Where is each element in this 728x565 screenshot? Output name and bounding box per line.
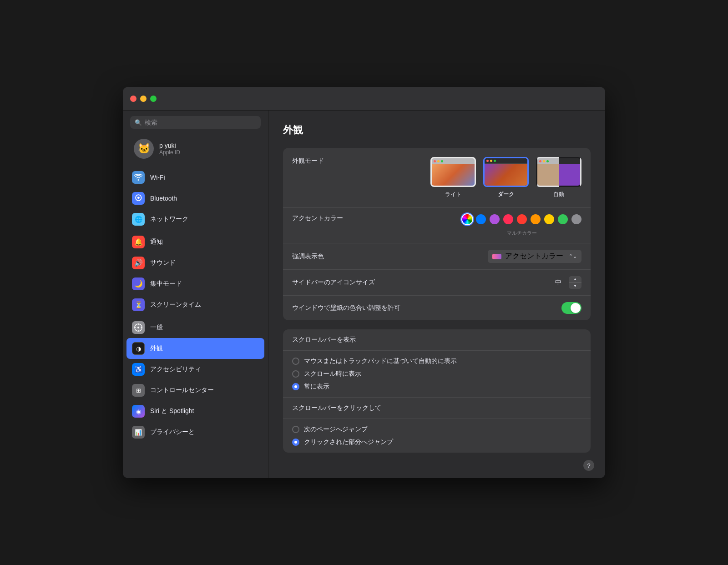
scrollbar-always-radio[interactable] <box>292 383 299 390</box>
sidebar-item-appearance[interactable]: ◑ 外観 <box>126 338 264 359</box>
sidebar-item-bluetooth-label: Bluetooth <box>150 195 177 202</box>
sidebar-item-notification[interactable]: 🔔 通知 <box>126 232 264 252</box>
color-dot-orange[interactable] <box>531 214 541 224</box>
color-dot-yellow[interactable] <box>544 214 554 224</box>
sidebar-list: Wi-Fi ⦿ Bluetooth 🌐 ネットワーク <box>123 167 268 478</box>
general-icon <box>132 321 145 334</box>
color-dot-purple[interactable] <box>490 214 500 224</box>
sidebar-item-privacy[interactable]: 📊 プライバシーと <box>126 422 264 443</box>
bluetooth-icon: ⦿ <box>132 192 145 205</box>
mode-auto[interactable]: 自動 <box>536 157 581 198</box>
sidebar-item-control-label: コントロールセンター <box>150 386 214 394</box>
network-icon: 🌐 <box>132 213 145 226</box>
sidebar-item-general[interactable]: 一般 <box>126 317 264 338</box>
color-dots: マルチカラー <box>462 214 581 237</box>
scrollbar-next-page-label: 次のページへジャンプ <box>304 425 368 434</box>
sidebar-item-accessibility[interactable]: ♿ アクセシビリティ <box>126 359 264 380</box>
privacy-icon: 📊 <box>132 426 145 439</box>
siri-icon: ◉ <box>132 405 145 418</box>
accent-color-row: アクセントカラー <box>283 208 591 243</box>
accent-dropdown[interactable]: アクセントカラー ⌃⌄ <box>488 250 581 263</box>
sidebar-icon-size-stepper[interactable]: ▲ ▼ <box>569 276 581 289</box>
accent-value: アクセントカラー <box>505 252 563 261</box>
stepper-up-button[interactable]: ▲ <box>569 276 581 283</box>
color-row <box>462 214 581 224</box>
multicolor-label: マルチカラー <box>507 230 537 237</box>
search-wrapper[interactable]: 🔍 <box>130 116 261 129</box>
scrollbar-next-page-radio[interactable] <box>292 426 299 433</box>
sidebar-item-control[interactable]: ⊞ コントロールセンター <box>126 380 264 401</box>
sidebar-item-siri-label: Siri と Spotlight <box>150 407 194 415</box>
profile-section[interactable]: 🐱 p yuki Apple ID <box>126 134 264 163</box>
sidebar-item-bluetooth[interactable]: ⦿ Bluetooth <box>126 188 264 209</box>
sidebar-item-general-label: 一般 <box>150 323 163 332</box>
sidebar-item-wifi-label: Wi-Fi <box>150 174 165 181</box>
sidebar-item-focus-label: 集中モード <box>150 280 182 288</box>
sidebar-icon-size-value: 中 <box>555 278 561 287</box>
scrollbar-next-page-option[interactable]: 次のページへジャンプ <box>292 425 581 434</box>
appearance-card: 外観モード <box>283 148 591 320</box>
mode-dark[interactable]: ダーク <box>483 157 529 198</box>
sidebar-item-wifi[interactable]: Wi-Fi <box>126 167 264 188</box>
sound-icon: 🔊 <box>132 257 145 269</box>
color-dot-red[interactable] <box>517 214 527 224</box>
scrollbar-scroll-option[interactable]: スクロール時に表示 <box>292 370 581 378</box>
mode-light[interactable]: ライト <box>430 157 476 198</box>
mode-preview-auto <box>536 157 581 187</box>
mode-dark-label: ダーク <box>498 191 514 198</box>
title-bar <box>123 87 605 111</box>
mode-auto-label: 自動 <box>553 191 564 198</box>
sidebar-icon-size-row: サイドバーのアイコンサイズ 中 ▲ ▼ <box>283 270 591 296</box>
notification-icon: 🔔 <box>132 236 145 248</box>
screentime-icon: ⏳ <box>132 298 145 311</box>
highlight-color-control[interactable]: アクセントカラー ⌃⌄ <box>488 250 581 263</box>
scrollbar-scroll-radio[interactable] <box>292 370 299 378</box>
wallpaper-tinting-label: ウインドウで壁紙の色合い調整を許可 <box>292 304 401 312</box>
sidebar-item-appearance-label: 外観 <box>150 344 163 353</box>
sidebar: 🔍 🐱 p yuki Apple ID <box>123 111 268 478</box>
traffic-lights <box>130 96 157 102</box>
sidebar-item-screentime[interactable]: ⏳ スクリーンタイム <box>126 294 264 315</box>
focus-icon: 🌙 <box>132 277 145 290</box>
scrollbar-click-location-option[interactable]: クリックされた部分へジャンプ <box>292 438 581 446</box>
accent-color-label: アクセントカラー <box>292 214 401 222</box>
network-section: Wi-Fi ⦿ Bluetooth 🌐 ネットワーク <box>126 167 264 230</box>
wallpaper-tinting-toggle[interactable] <box>561 302 581 314</box>
avatar: 🐱 <box>134 139 154 159</box>
maximize-button[interactable] <box>150 96 157 102</box>
appearance-modes: ライト <box>430 157 581 198</box>
scrollbar-click-location-radio[interactable] <box>292 439 299 446</box>
scrollbar-always-option[interactable]: 常に表示 <box>292 383 581 391</box>
help-button[interactable]: ? <box>583 460 594 471</box>
sidebar-item-network-label: ネットワーク <box>150 215 188 223</box>
scrollbar-auto-option[interactable]: マウスまたはトラックパッドに基づいて自動的に表示 <box>292 357 581 365</box>
scrollbar-auto-label: マウスまたはトラックパッドに基づいて自動的に表示 <box>304 357 457 365</box>
minimize-button[interactable] <box>140 96 147 102</box>
sidebar-icon-size-label: サイドバーのアイコンサイズ <box>292 278 401 287</box>
sidebar-item-sound[interactable]: 🔊 サウンド <box>126 252 264 273</box>
color-dot-multicolor[interactable] <box>462 214 472 224</box>
control-icon: ⊞ <box>132 384 145 397</box>
search-input[interactable] <box>145 119 256 126</box>
scrollbar-click-radio-group: 次のページへジャンプ クリックされた部分へジャンプ <box>283 419 591 453</box>
profile-name: p yuki <box>159 142 180 149</box>
appearance-icon: ◑ <box>132 342 145 355</box>
sidebar-item-siri[interactable]: ◉ Siri と Spotlight <box>126 401 264 422</box>
sidebar-item-focus[interactable]: 🌙 集中モード <box>126 273 264 294</box>
close-button[interactable] <box>130 96 136 102</box>
window-content: 🔍 🐱 p yuki Apple ID <box>123 111 605 478</box>
accent-color-control: マルチカラー <box>462 214 581 237</box>
color-dot-pink[interactable] <box>503 214 513 224</box>
scrollbar-auto-radio[interactable] <box>292 358 299 365</box>
scrollbar-card: スクロールバーを表示 マウスまたはトラックパッドに基づいて自動的に表示 スクロー… <box>283 329 591 453</box>
search-bar-container: 🔍 <box>123 111 268 134</box>
appearance-mode-control: ライト <box>430 157 581 198</box>
scrollbar-always-label: 常に表示 <box>304 383 329 391</box>
stepper-down-button[interactable]: ▼ <box>569 283 581 289</box>
color-dot-blue[interactable] <box>476 214 486 224</box>
color-dot-green[interactable] <box>558 214 568 224</box>
color-dot-graphite[interactable] <box>571 214 581 224</box>
scrollbar-click-location-label: クリックされた部分へジャンプ <box>304 438 393 446</box>
accessibility-icon: ♿ <box>132 363 145 376</box>
sidebar-item-network[interactable]: 🌐 ネットワーク <box>126 209 264 230</box>
